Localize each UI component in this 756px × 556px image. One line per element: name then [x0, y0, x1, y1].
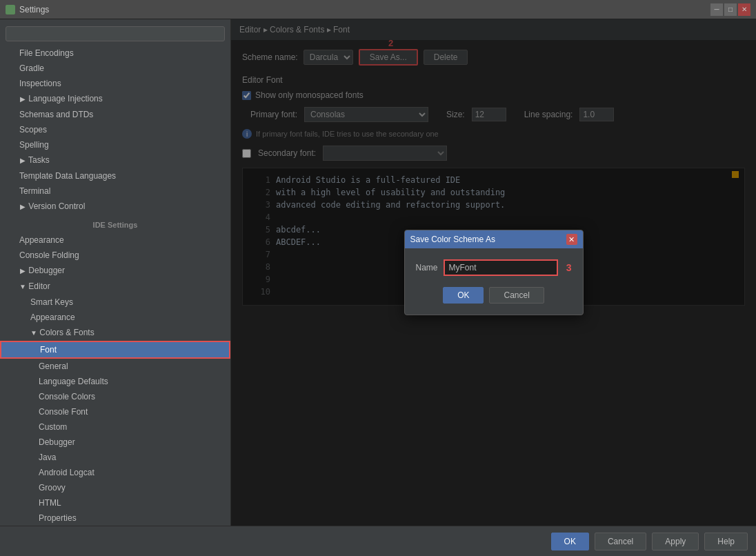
save-color-scheme-dialog: Save Color Scheme As ✕ Name 3 OK Cancel [404, 230, 584, 315]
sidebar-item-properties[interactable]: Properties [0, 510, 230, 526]
sidebar-item-appearance-editor[interactable]: Appearance [0, 310, 230, 325]
modal-title-bar: Save Color Scheme As ✕ [405, 230, 583, 248]
sidebar-item-editor[interactable]: ▼ Editor [0, 279, 230, 295]
maximize-button[interactable]: □ [724, 3, 737, 16]
sidebar: File Encodings Gradle Inspections ▶ Lang… [0, 19, 231, 526]
modal-cancel-button[interactable]: Cancel [489, 287, 544, 304]
modal-ok-button[interactable]: OK [443, 287, 484, 304]
sidebar-item-console-folding[interactable]: Console Folding [0, 248, 230, 263]
sidebar-item-gradle[interactable]: Gradle [0, 61, 230, 76]
help-button[interactable]: Help [704, 533, 748, 550]
modal-buttons: OK Cancel [416, 287, 572, 304]
sidebar-item-tasks[interactable]: ▶ Tasks [0, 152, 230, 168]
sidebar-item-file-encodings[interactable]: File Encodings [0, 46, 230, 61]
sidebar-item-spelling[interactable]: Spelling [0, 137, 230, 152]
minimize-button[interactable]: ─ [710, 3, 723, 16]
sidebar-item-terminal[interactable]: Terminal [0, 183, 230, 199]
sidebar-item-appearance[interactable]: Appearance [0, 232, 230, 248]
sidebar-item-schemas-dtds[interactable]: Schemas and DTDs [0, 107, 230, 122]
sidebar-item-font[interactable]: Font [0, 341, 230, 359]
expand-icon: ▶ [19, 265, 26, 277]
search-input[interactable] [6, 26, 225, 41]
step3-indicator: 3 [566, 262, 572, 273]
sidebar-item-colors-fonts[interactable]: ▼ Colors & Fonts [0, 325, 230, 341]
modal-name-input[interactable] [444, 259, 558, 276]
sidebar-item-custom[interactable]: Custom [0, 419, 230, 435]
sidebar-item-java[interactable]: Java [0, 450, 230, 465]
sidebar-item-console-font[interactable]: Console Font [0, 404, 230, 419]
modal-overlay: Save Color Scheme As ✕ Name 3 OK Cancel [231, 19, 756, 526]
sidebar-item-inspections[interactable]: Inspections [0, 76, 230, 91]
modal-title: Save Color Scheme As [410, 235, 495, 244]
bottom-bar: OK Cancel Apply Help [0, 526, 756, 556]
sidebar-item-template-data-languages[interactable]: Template Data Languages [0, 168, 230, 183]
modal-name-label: Name [416, 263, 438, 272]
expand-icon: ▶ [19, 201, 26, 213]
section-ide-settings: IDE Settings [0, 215, 230, 232]
sidebar-item-language-injections[interactable]: ▶ Language Injections [0, 91, 230, 107]
cancel-button[interactable]: Cancel [595, 533, 646, 550]
ok-button[interactable]: OK [551, 533, 589, 550]
expand-icon: ▶ [19, 155, 26, 167]
expand-icon: ▶ [19, 93, 26, 106]
title-bar-text: Settings [19, 5, 49, 14]
sidebar-item-android-logcat[interactable]: Android Logcat [0, 465, 230, 480]
sidebar-item-debugger[interactable]: ▶ Debugger [0, 263, 230, 279]
sidebar-item-general[interactable]: General [0, 359, 230, 374]
title-bar: Settings ─ □ ✕ [0, 0, 756, 19]
sidebar-item-version-control[interactable]: ▶ Version Control [0, 199, 230, 215]
modal-name-row: Name 3 [416, 259, 572, 276]
sidebar-item-groovy[interactable]: Groovy [0, 480, 230, 495]
sidebar-item-smart-keys[interactable]: Smart Keys [0, 295, 230, 310]
expand-icon: ▼ [30, 327, 37, 339]
expand-icon: ▼ [19, 281, 26, 293]
sidebar-item-language-defaults[interactable]: Language Defaults [0, 374, 230, 389]
apply-button[interactable]: Apply [652, 533, 699, 550]
modal-body: Name 3 OK Cancel [405, 248, 583, 315]
sidebar-item-scopes[interactable]: Scopes [0, 122, 230, 137]
window-controls: ─ □ ✕ [710, 3, 750, 16]
main-layout: File Encodings Gradle Inspections ▶ Lang… [0, 19, 756, 526]
content-area: Editor ▸ Colors & Fonts ▸ Font Scheme na… [231, 19, 756, 526]
sidebar-item-console-colors[interactable]: Console Colors [0, 389, 230, 404]
close-button[interactable]: ✕ [738, 3, 750, 16]
sidebar-item-debugger-colors[interactable]: Debugger [0, 435, 230, 450]
app-icon [6, 5, 15, 14]
sidebar-item-html[interactable]: HTML [0, 495, 230, 510]
modal-close-button[interactable]: ✕ [566, 234, 577, 245]
